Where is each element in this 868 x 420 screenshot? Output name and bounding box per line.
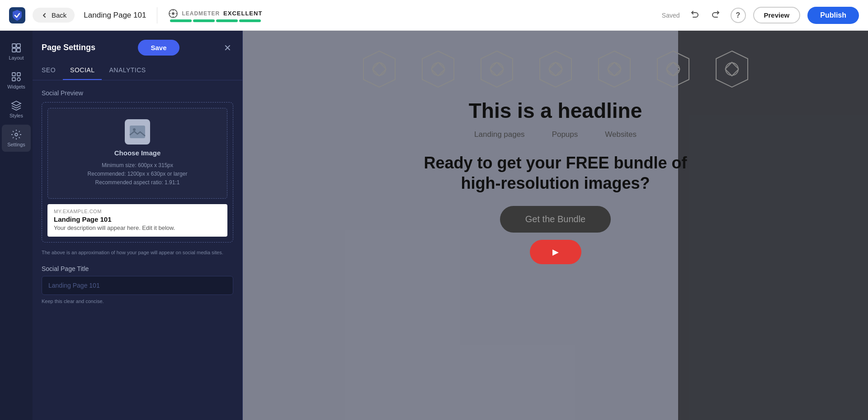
widgets-icon [11,71,22,82]
app-logo [9,7,25,23]
social-page-title-preview: Landing Page 101 [54,215,221,223]
canvas-sub-item-2: Popups [552,130,578,139]
canvas-headline: This is a headline [469,98,642,123]
approximation-note: The above is an approximation of how you… [42,249,233,257]
tab-social[interactable]: SOCIAL [63,63,102,80]
page-title: Landing Page 101 [84,11,146,20]
back-button[interactable]: Back [33,8,75,23]
publish-label: Publish [820,11,846,19]
sidebar-item-styles[interactable]: Styles [2,96,31,123]
leadmeter-seg-1 [170,19,192,22]
leadmeter-icon [168,9,178,19]
svg-point-17 [432,63,444,75]
hex-icon-6 [653,49,693,89]
social-preview-box: Choose Image Minimum size: 600px x 315px… [42,102,233,243]
svg-rect-12 [130,126,145,138]
redo-button[interactable] [709,7,723,23]
canvas-sub-item-3: Websites [605,130,637,139]
seo-tab-label: SEO [42,66,56,74]
undo-button[interactable] [687,7,702,23]
hex-icon-4 [535,49,576,89]
settings-panel: Page Settings Save ✕ SEO SOCIAL ANALYTIC… [33,31,243,420]
preview-label: Preview [764,11,790,19]
svg-marker-16 [422,51,454,87]
saved-status: Saved [662,12,680,19]
canvas-red-button[interactable]: ▶ [530,240,581,264]
panel-title: Page Settings [42,43,95,52]
image-size-info: Minimum size: 600px x 315px Recommended:… [88,161,188,187]
hex-icon-7 [712,49,752,89]
panel-save-button[interactable]: Save [138,40,179,56]
layout-label: Layout [9,55,24,61]
image-icon [129,125,146,139]
hex-icon-2 [418,49,458,89]
publish-button[interactable]: Publish [807,7,859,24]
social-page-title-section: Social Page Title Keep this clear and co… [42,265,233,304]
leadmeter-section: LEADMETER EXCELLENT [168,9,262,22]
hex-icon-3 [476,49,517,89]
panel-tabs: SEO SOCIAL ANALYTICS [33,56,242,80]
svg-point-15 [373,63,386,75]
canvas-sub-items: Landing pages Popups Websites [474,130,637,139]
image-recommended: Recommended: 1200px x 630px or larger [88,170,188,178]
svg-rect-9 [12,78,15,81]
preview-button[interactable]: Preview [753,7,801,23]
analytics-tab-label: ANALYTICS [109,66,146,74]
canvas-area: This is a headline Landing pages Popups … [243,31,868,420]
svg-marker-14 [363,51,395,87]
canvas-bundle-headline: Ready to get your FREE bundle of high-re… [420,153,691,193]
svg-rect-5 [12,48,16,52]
social-meta-preview: MY.EXAMPLE.COM Landing Page 101 Your des… [47,204,227,237]
svg-marker-26 [716,51,748,87]
svg-rect-3 [12,44,16,47]
back-arrow-icon [41,12,48,19]
hex-icon-1 [359,49,400,89]
svg-point-11 [15,133,18,136]
close-icon: ✕ [224,43,231,53]
image-min-size: Minimum size: 600px x 315px [88,161,188,170]
canvas-sub-item-1: Landing pages [474,130,525,139]
svg-point-23 [608,63,621,75]
main-area: Layout Widgets Styles Setting [0,31,868,420]
svg-point-2 [172,12,175,15]
choose-image-area[interactable]: Choose Image Minimum size: 600px x 315px… [47,108,227,199]
social-page-title-input[interactable] [42,276,233,295]
panel-body: Social Preview Choose Image Minimum size… [33,80,242,420]
svg-rect-7 [12,73,15,76]
layout-icon [11,42,22,53]
settings-label: Settings [7,142,25,147]
help-button[interactable]: ? [731,8,746,23]
header: Back Landing Page 101 LEADMETER EXCELLEN… [0,0,868,31]
redo-icon [712,9,721,19]
tab-seo[interactable]: SEO [42,63,63,80]
get-bundle-button[interactable]: Get the Bundle [500,206,611,233]
image-aspect: Recommended aspect ratio: 1.91:1 [88,178,188,187]
svg-marker-18 [481,51,513,87]
leadmeter-label: LEADMETER [182,10,220,17]
tab-analytics[interactable]: ANALYTICS [102,63,153,80]
canvas-red-button-label: ▶ [552,247,559,257]
widgets-label: Widgets [7,84,25,89]
panel-close-button[interactable]: ✕ [222,41,233,55]
header-divider [157,7,157,23]
sidebar-item-settings[interactable]: Settings [2,125,31,152]
icons-row [341,35,770,98]
svg-marker-24 [657,51,689,87]
svg-marker-22 [599,51,630,87]
social-domain: MY.EXAMPLE.COM [54,209,221,214]
help-icon: ? [736,11,741,19]
social-tab-label: SOCIAL [70,66,94,74]
styles-label: Styles [9,113,23,118]
sidebar-item-widgets[interactable]: Widgets [2,67,31,94]
sidebar-item-layout[interactable]: Layout [2,38,31,65]
leadmeter-seg-3 [216,19,238,22]
image-placeholder-icon [125,119,150,145]
hex-icon-5 [594,49,635,89]
svg-rect-6 [17,48,20,52]
svg-point-25 [667,63,679,75]
leadmeter-seg-4 [239,19,261,22]
page-title-field-label: Social Page Title [42,265,233,272]
svg-point-27 [726,63,738,75]
social-description-preview: Your description will appear here. Edit … [54,224,221,231]
back-label: Back [52,11,66,19]
